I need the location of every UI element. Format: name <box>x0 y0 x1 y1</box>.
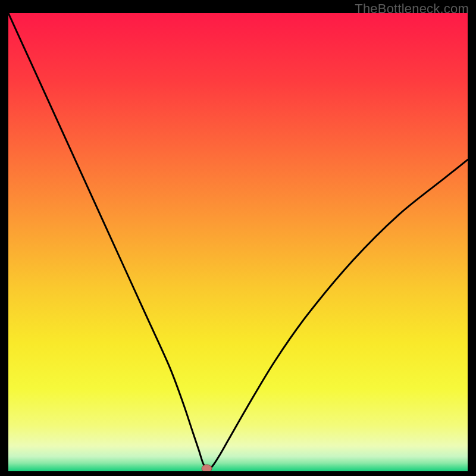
bottleneck-chart <box>8 13 468 471</box>
chart-frame <box>8 13 468 471</box>
gradient-background <box>8 13 468 471</box>
watermark-text: TheBottleneck.com <box>355 1 469 17</box>
optimum-marker <box>202 465 212 471</box>
